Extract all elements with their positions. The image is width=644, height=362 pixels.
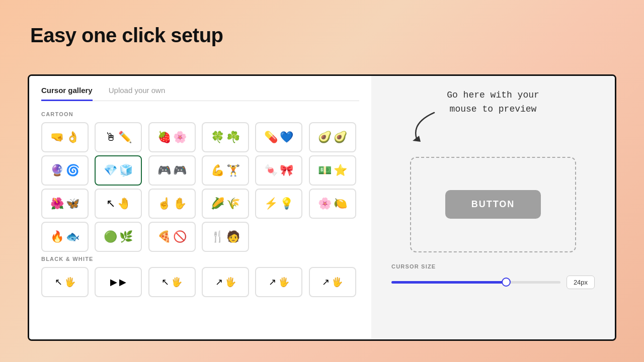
cursor-cell-selected[interactable]: 💎🧊 xyxy=(95,155,142,186)
bw-cursor-cell[interactable]: ↗🖐 xyxy=(309,267,356,297)
bw-cursor-cell[interactable]: ↖🖐 xyxy=(148,267,196,297)
cursor-cell[interactable]: 🔮🌀 xyxy=(41,155,89,186)
cursor-cell[interactable]: 🍬🎀 xyxy=(255,155,302,186)
cursor-cell[interactable]: 🥑🥑 xyxy=(309,122,356,152)
tab-upload-own[interactable]: Upload your own xyxy=(109,86,166,101)
cursor-cell xyxy=(309,222,356,252)
annotation-text: Go here with your mouse to preview xyxy=(447,88,539,117)
right-panel: Go here with your mouse to preview BUTTO… xyxy=(371,76,615,339)
left-panel: Cursor gallery Upload your own CARTOON 🤜… xyxy=(29,76,371,339)
cursor-cell[interactable]: 💊💙 xyxy=(255,122,302,152)
bw-cursor-cell[interactable]: ↖🖐 xyxy=(41,267,89,297)
cursor-cell[interactable]: 🟢🌿 xyxy=(95,222,142,252)
tab-cursor-gallery[interactable]: Cursor gallery xyxy=(41,86,93,101)
cursor-cell[interactable]: ☝✋ xyxy=(148,189,196,219)
tabs-bar: Cursor gallery Upload your own xyxy=(41,86,359,101)
cursor-cell[interactable]: 💵⭐ xyxy=(309,155,356,186)
bw-cursor-cell[interactable]: ▶▶ xyxy=(95,267,142,297)
cursor-cell[interactable]: 🎮🎮 xyxy=(148,155,196,186)
preview-button[interactable]: BUTTON xyxy=(445,190,541,219)
cursor-cell[interactable]: 🍓🌸 xyxy=(148,122,196,152)
cursor-cell[interactable]: ↖🤚 xyxy=(95,189,142,219)
cursor-cell[interactable]: 🔥🐟 xyxy=(41,222,89,252)
cartoon-grid: 🤜👌 🖱✏️ 🍓🌸 🍀☘️ 💊💙 🥑🥑 🔮🌀 💎🧊 🎮🎮 💪🏋️ 🍬🎀 💵⭐ 🌺… xyxy=(41,122,359,252)
cursor-cell[interactable]: 🌸🍋 xyxy=(309,189,356,219)
bw-cursor-cell[interactable]: ↗🖐 xyxy=(255,267,302,297)
cursor-cell xyxy=(255,222,302,252)
cursor-cell[interactable]: 🤜👌 xyxy=(41,122,89,152)
cursor-cell[interactable]: 💪🏋️ xyxy=(202,155,249,186)
bw-section-label: BLACK & WHITE xyxy=(41,256,359,262)
cartoon-section-label: CARTOON xyxy=(41,111,359,117)
cursor-size-section: CURSOR SIZE 24px xyxy=(386,263,600,289)
cursor-size-label: CURSOR SIZE xyxy=(391,263,595,269)
slider-value: 24px xyxy=(567,276,595,289)
slider-track[interactable] xyxy=(391,281,560,284)
slider-thumb[interactable] xyxy=(502,278,511,287)
page-heading: Easy one click setup xyxy=(30,24,223,47)
page-wrapper: Easy one click setup Cursor gallery Uplo… xyxy=(0,0,644,362)
bw-cursor-cell[interactable]: ↗🖐 xyxy=(202,267,249,297)
cursor-cell[interactable]: 🍕🚫 xyxy=(148,222,196,252)
arrow-icon xyxy=(401,108,442,143)
preview-area[interactable]: BUTTON xyxy=(410,157,576,252)
cursor-cell[interactable]: 🌺🦋 xyxy=(41,189,89,219)
cursor-cell[interactable]: 🍴🧑 xyxy=(202,222,249,252)
cursor-cell[interactable]: ⚡💡 xyxy=(255,189,302,219)
bw-grid: ↖🖐 ▶▶ ↖🖐 ↗🖐 ↗🖐 ↗🖐 xyxy=(41,267,359,297)
app-window: Cursor gallery Upload your own CARTOON 🤜… xyxy=(28,74,616,341)
slider-row: 24px xyxy=(391,276,595,289)
slider-fill xyxy=(391,281,506,284)
cursor-cell[interactable]: 🍀☘️ xyxy=(202,122,249,152)
cursor-cell[interactable]: 🖱✏️ xyxy=(95,122,142,152)
cursor-cell[interactable]: 🌽🌾 xyxy=(202,189,249,219)
